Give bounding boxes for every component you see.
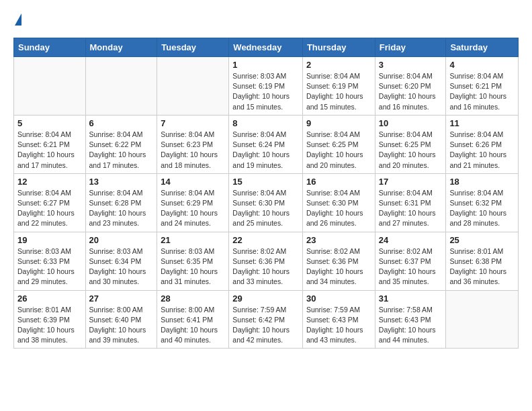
calendar-cell: 13Sunrise: 8:04 AM Sunset: 6:28 PM Dayli… [85,173,157,232]
day-info: Sunrise: 8:04 AM Sunset: 6:21 PM Dayligh… [17,130,82,171]
day-number: 12 [17,177,82,187]
day-number: 5 [17,118,82,128]
weekday-header-monday: Monday [85,38,157,57]
calendar-cell: 29Sunrise: 7:59 AM Sunset: 6:42 PM Dayli… [229,290,303,349]
day-info: Sunrise: 8:04 AM Sunset: 6:19 PM Dayligh… [306,71,371,112]
calendar-cell: 24Sunrise: 8:02 AM Sunset: 6:37 PM Dayli… [375,232,446,290]
calendar-cell: 15Sunrise: 8:04 AM Sunset: 6:30 PM Dayli… [229,173,303,232]
day-info: Sunrise: 8:04 AM Sunset: 6:24 PM Dayligh… [232,130,299,171]
day-number: 22 [232,235,299,245]
calendar-week-row: 26Sunrise: 8:01 AM Sunset: 6:39 PM Dayli… [14,290,519,349]
day-number: 16 [306,177,371,187]
day-info: Sunrise: 7:59 AM Sunset: 6:42 PM Dayligh… [232,305,299,346]
calendar-cell: 1Sunrise: 8:03 AM Sunset: 6:19 PM Daylig… [229,57,303,116]
day-info: Sunrise: 8:04 AM Sunset: 6:26 PM Dayligh… [449,130,515,171]
calendar-cell: 8Sunrise: 8:04 AM Sunset: 6:24 PM Daylig… [229,115,303,173]
calendar-cell [446,290,519,349]
day-number: 31 [379,293,443,304]
weekday-header-friday: Friday [375,38,446,57]
calendar-cell: 30Sunrise: 7:59 AM Sunset: 6:43 PM Dayli… [302,290,375,349]
day-number: 23 [306,235,371,245]
calendar-cell: 26Sunrise: 8:01 AM Sunset: 6:39 PM Dayli… [14,290,86,349]
day-info: Sunrise: 8:00 AM Sunset: 6:41 PM Dayligh… [161,305,225,346]
weekday-header-wednesday: Wednesday [229,38,303,57]
day-number: 9 [306,118,371,128]
calendar-cell: 10Sunrise: 8:04 AM Sunset: 6:25 PM Dayli… [375,115,446,173]
calendar-cell: 19Sunrise: 8:03 AM Sunset: 6:33 PM Dayli… [14,232,86,290]
day-number: 1 [232,60,299,70]
day-number: 4 [449,60,515,70]
day-info: Sunrise: 8:03 AM Sunset: 6:19 PM Dayligh… [232,71,299,112]
logo [13,13,21,27]
day-info: Sunrise: 8:02 AM Sunset: 6:36 PM Dayligh… [232,246,299,287]
day-number: 3 [379,60,443,70]
day-info: Sunrise: 7:59 AM Sunset: 6:43 PM Dayligh… [306,305,371,346]
day-number: 14 [161,177,225,187]
day-info: Sunrise: 8:01 AM Sunset: 6:38 PM Dayligh… [449,246,515,287]
day-number: 21 [161,235,225,245]
day-number: 29 [232,293,299,304]
day-number: 27 [89,293,154,304]
weekday-header-tuesday: Tuesday [157,38,229,57]
calendar-cell: 3Sunrise: 8:04 AM Sunset: 6:20 PM Daylig… [375,57,446,116]
day-info: Sunrise: 8:04 AM Sunset: 6:20 PM Dayligh… [379,71,443,112]
calendar-week-row: 5Sunrise: 8:04 AM Sunset: 6:21 PM Daylig… [14,115,519,173]
day-info: Sunrise: 8:04 AM Sunset: 6:25 PM Dayligh… [306,130,371,171]
calendar-cell: 17Sunrise: 8:04 AM Sunset: 6:31 PM Dayli… [375,173,446,232]
weekday-header-thursday: Thursday [302,38,375,57]
day-info: Sunrise: 8:04 AM Sunset: 6:31 PM Dayligh… [379,188,443,229]
day-info: Sunrise: 8:04 AM Sunset: 6:32 PM Dayligh… [449,188,515,229]
day-number: 10 [379,118,443,128]
day-info: Sunrise: 8:04 AM Sunset: 6:25 PM Dayligh… [379,130,443,171]
calendar-cell [157,57,229,116]
day-info: Sunrise: 8:04 AM Sunset: 6:22 PM Dayligh… [89,130,154,171]
day-number: 19 [17,235,82,245]
calendar-cell: 11Sunrise: 8:04 AM Sunset: 6:26 PM Dayli… [446,115,519,173]
day-number: 6 [89,118,154,128]
calendar-cell: 12Sunrise: 8:04 AM Sunset: 6:27 PM Dayli… [14,173,86,232]
day-info: Sunrise: 8:02 AM Sunset: 6:36 PM Dayligh… [306,246,371,287]
day-info: Sunrise: 7:58 AM Sunset: 6:43 PM Dayligh… [379,305,443,346]
day-number: 30 [306,293,371,304]
weekday-header-saturday: Saturday [446,38,519,57]
calendar-cell: 9Sunrise: 8:04 AM Sunset: 6:25 PM Daylig… [302,115,375,173]
calendar-cell [14,57,86,116]
calendar-cell: 2Sunrise: 8:04 AM Sunset: 6:19 PM Daylig… [302,57,375,116]
day-number: 25 [449,235,515,245]
calendar-week-row: 1Sunrise: 8:03 AM Sunset: 6:19 PM Daylig… [14,57,519,116]
day-number: 26 [17,293,82,304]
calendar-cell: 6Sunrise: 8:04 AM Sunset: 6:22 PM Daylig… [85,115,157,173]
calendar-week-row: 19Sunrise: 8:03 AM Sunset: 6:33 PM Dayli… [14,232,519,290]
day-number: 28 [161,293,225,304]
calendar-cell: 27Sunrise: 8:00 AM Sunset: 6:40 PM Dayli… [85,290,157,349]
header [13,13,519,27]
calendar-cell: 31Sunrise: 7:58 AM Sunset: 6:43 PM Dayli… [375,290,446,349]
calendar-cell: 20Sunrise: 8:03 AM Sunset: 6:34 PM Dayli… [85,232,157,290]
day-info: Sunrise: 8:02 AM Sunset: 6:37 PM Dayligh… [379,246,443,287]
day-info: Sunrise: 8:00 AM Sunset: 6:40 PM Dayligh… [89,305,154,346]
calendar-cell: 25Sunrise: 8:01 AM Sunset: 6:38 PM Dayli… [446,232,519,290]
day-number: 11 [449,118,515,128]
page: SundayMondayTuesdayWednesdayThursdayFrid… [0,0,532,362]
day-number: 15 [232,177,299,187]
day-info: Sunrise: 8:04 AM Sunset: 6:21 PM Dayligh… [449,71,515,112]
calendar-cell: 5Sunrise: 8:04 AM Sunset: 6:21 PM Daylig… [14,115,86,173]
calendar-cell: 16Sunrise: 8:04 AM Sunset: 6:30 PM Dayli… [302,173,375,232]
calendar-cell: 18Sunrise: 8:04 AM Sunset: 6:32 PM Dayli… [446,173,519,232]
calendar-cell: 14Sunrise: 8:04 AM Sunset: 6:29 PM Dayli… [157,173,229,232]
calendar-cell [85,57,157,116]
day-info: Sunrise: 8:04 AM Sunset: 6:30 PM Dayligh… [232,188,299,229]
day-info: Sunrise: 8:04 AM Sunset: 6:23 PM Dayligh… [161,130,225,171]
calendar-cell: 4Sunrise: 8:04 AM Sunset: 6:21 PM Daylig… [446,57,519,116]
day-info: Sunrise: 8:01 AM Sunset: 6:39 PM Dayligh… [17,305,82,346]
calendar-table: SundayMondayTuesdayWednesdayThursdayFrid… [13,38,519,349]
calendar-cell: 22Sunrise: 8:02 AM Sunset: 6:36 PM Dayli… [229,232,303,290]
day-number: 18 [449,177,515,187]
day-number: 8 [232,118,299,128]
day-info: Sunrise: 8:03 AM Sunset: 6:34 PM Dayligh… [89,246,154,287]
calendar-cell: 7Sunrise: 8:04 AM Sunset: 6:23 PM Daylig… [157,115,229,173]
calendar-cell: 28Sunrise: 8:00 AM Sunset: 6:41 PM Dayli… [157,290,229,349]
day-number: 24 [379,235,443,245]
day-info: Sunrise: 8:04 AM Sunset: 6:27 PM Dayligh… [17,188,82,229]
day-number: 2 [306,60,371,70]
